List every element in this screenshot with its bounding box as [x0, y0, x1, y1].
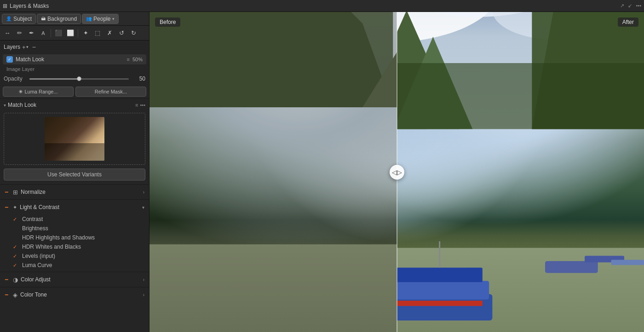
background-icon: 🏔 — [41, 16, 46, 21]
brightness-check-icon: ✓ — [13, 226, 19, 232]
sub-item-contrast: ✓ Contrast — [13, 215, 145, 224]
expand-icon[interactable]: ↙ — [628, 3, 632, 9]
color-adjust-icon: ◑ — [13, 276, 18, 283]
color-tone-title: Color Tone — [20, 291, 140, 298]
layer-checkbox[interactable]: ✓ — [6, 56, 13, 63]
match-look-menu-icon[interactable]: ≡ — [135, 102, 138, 108]
normalize-title: Normalize — [21, 189, 140, 195]
mask-buttons-row: ☀ ☀ Luma Range... Refine Mask... — [0, 85, 149, 99]
layer-percent: 50% — [132, 57, 143, 62]
svg-rect-39 — [611, 260, 644, 265]
luma-curve-check-icon: ✓ — [13, 262, 19, 268]
tool-bar: ↔ ✏ ✒ A ⬛ ⬜ ✦ ⬚ ✗ ↺ ↻ — [0, 26, 149, 41]
tool-magic[interactable]: ⬚ — [92, 28, 103, 39]
normalize-section[interactable]: − ⊞ Normalize › — [0, 184, 149, 199]
main-layout: 👤 Subject 🏔 Background 👥 People ▾ ↔ ✏ ✒ … — [0, 12, 644, 332]
people-dropdown-icon: ▾ — [112, 17, 115, 21]
layers-remove-button[interactable]: − — [32, 43, 36, 51]
image-preview-area: Before After — [150, 12, 644, 332]
layers-masks-icon: ⊞ — [3, 3, 7, 9]
use-variants-label: Use Selected Variants — [47, 171, 102, 178]
sub-item-hdr-highlights: ✓ HDR Highlights and Shadows — [13, 233, 145, 242]
split-handle[interactable]: ◁▷ — [390, 165, 404, 180]
color-tone-icon: ◈ — [13, 291, 17, 298]
tab-background[interactable]: 🏔 Background — [37, 14, 81, 24]
svg-rect-32 — [397, 281, 489, 299]
subject-icon: 👤 — [6, 16, 12, 21]
before-panel — [150, 12, 397, 332]
levels-label: Levels (input) — [22, 253, 55, 259]
top-bar: ⊞ Layers & Masks ↗ ↙ ••• — [0, 0, 644, 12]
tool-divider-2 — [78, 29, 78, 37]
layer-item-left: ✓ Match Look — [6, 56, 44, 63]
tool-black-square[interactable]: ⬛ — [53, 28, 64, 39]
match-look-thumbnail[interactable] — [45, 117, 104, 161]
match-look-dots-icon[interactable]: ••• — [140, 102, 145, 108]
luma-range-button[interactable]: ☀ ☀ Luma Range... — [3, 87, 74, 97]
hdr-highlights-label: HDR Highlights and Shadows — [22, 234, 95, 241]
pin-icon[interactable]: ↗ — [620, 3, 624, 9]
opacity-slider-track — [29, 78, 79, 80]
before-label: Before — [155, 17, 180, 27]
opacity-row: Opacity 50 — [0, 73, 149, 85]
svg-rect-33 — [397, 268, 483, 282]
color-adjust-minus-icon: − — [5, 276, 10, 283]
tool-invert[interactable]: ↺ — [116, 28, 127, 39]
luma-range-label: ☀ Luma Range... — [18, 89, 58, 95]
tool-white-square[interactable]: ⬜ — [65, 28, 76, 39]
sub-item-luma-curve: ✓ Luma Curve — [13, 261, 145, 270]
tool-divider-1 — [51, 29, 51, 37]
before-image — [150, 12, 397, 332]
light-contrast-title: Light & Contrast — [20, 204, 139, 210]
tab-people[interactable]: 👥 People ▾ — [82, 14, 119, 24]
color-adjust-chevron: › — [143, 277, 144, 282]
match-look-section-header[interactable]: ▾ Match Look ≡ ••• — [0, 99, 149, 111]
color-adjust-title: Color Adjust — [21, 276, 140, 283]
opacity-label: Opacity — [4, 76, 26, 82]
color-tone-section[interactable]: − ◈ Color Tone › — [0, 287, 149, 302]
tool-erase[interactable]: ✦ — [80, 28, 91, 39]
tool-clear[interactable]: ✗ — [104, 28, 115, 39]
svg-rect-11 — [150, 245, 397, 332]
top-bar-icons: ↗ ↙ ••• — [620, 3, 641, 9]
layer-settings-icon[interactable]: ≡ — [127, 57, 130, 62]
match-look-title: Match Look — [8, 102, 133, 108]
light-contrast-icon: ✦ — [13, 204, 17, 210]
tabs-row: 👤 Subject 🏔 Background 👥 People ▾ — [0, 12, 149, 26]
refine-mask-button[interactable]: Refine Mask... — [75, 87, 146, 97]
tool-eraser2[interactable]: ↻ — [128, 28, 139, 39]
layers-add-button[interactable]: + ▾ — [22, 44, 29, 51]
color-tone-chevron: › — [143, 292, 144, 297]
layers-header: Layers + ▾ − — [0, 41, 149, 53]
light-contrast-minus-icon: − — [5, 204, 10, 211]
opacity-slider-thumb — [77, 76, 81, 81]
use-variants-button[interactable]: Use Selected Variants — [4, 169, 145, 181]
refine-mask-label: Refine Mask... — [95, 89, 127, 94]
sub-item-brightness: ✓ Brightness — [13, 224, 145, 233]
levels-check-icon: ✓ — [13, 253, 19, 259]
tool-brush[interactable]: ✏ — [14, 28, 25, 39]
color-tone-minus-icon: − — [5, 291, 10, 298]
layers-label: Layers — [4, 44, 20, 50]
normalize-chevron: › — [143, 190, 144, 195]
svg-rect-34 — [397, 301, 483, 306]
tool-pen[interactable]: ✒ — [26, 28, 37, 39]
tab-subject[interactable]: 👤 Subject — [2, 14, 36, 24]
after-label: After — [618, 17, 638, 27]
light-contrast-section[interactable]: − ✦ Light & Contrast ▾ — [0, 199, 149, 215]
tool-text[interactable]: A — [38, 28, 49, 39]
opacity-slider[interactable] — [29, 78, 129, 80]
svg-rect-37 — [545, 261, 598, 273]
layer-item-match-look[interactable]: ✓ Match Look ≡ 50% — [3, 54, 146, 64]
layer-name: Match Look — [16, 56, 44, 63]
sub-item-hdr-whites: ✓ HDR Whites and Blacks — [13, 242, 145, 251]
tool-arrow[interactable]: ↔ — [2, 28, 13, 39]
svg-rect-28 — [397, 63, 644, 129]
match-look-thumbnail-area — [4, 113, 145, 165]
match-look-chevron: ▾ — [4, 103, 6, 108]
hdr-whites-label: HDR Whites and Blacks — [22, 244, 81, 250]
more-options-icon[interactable]: ••• — [636, 3, 641, 9]
contrast-check-icon: ✓ — [13, 216, 19, 222]
color-adjust-section[interactable]: − ◑ Color Adjust › — [0, 272, 149, 287]
light-contrast-chevron: ▾ — [142, 205, 144, 210]
